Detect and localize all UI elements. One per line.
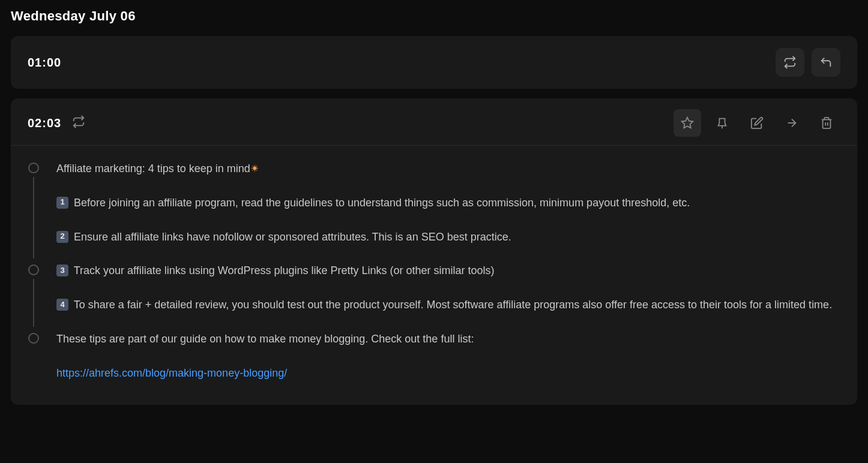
thread-line: 1 Before joining an affiliate program, r… [56,194,840,212]
thread-marker [28,330,40,399]
arrow-right-icon [785,116,798,130]
expanded-post-actions [674,109,840,137]
expanded-post-header: 02:03 [11,98,857,146]
send-button[interactable] [778,109,806,137]
favorite-button[interactable] [674,109,701,137]
thread-marker [28,262,40,330]
thread-line: 4 To share a fair + detailed review, you… [56,296,840,314]
spark-icon: ✴ [250,163,259,175]
pin-icon [716,116,729,130]
retweet-button[interactable] [776,48,804,77]
pin-button[interactable] [708,109,736,137]
trash-icon [820,116,833,130]
number-badge: 2 [56,231,68,243]
edit-button[interactable] [743,109,771,137]
post-time: 02:03 [28,116,61,130]
link[interactable]: https://ahrefs.com/blog/making-money-blo… [56,367,287,379]
thread-line: These tips are part of our guide on how … [56,330,840,348]
thread-body: Affiliate marketing: 4 tips to keep in m… [11,146,857,405]
post-time: 01:00 [28,56,61,70]
thread-marker [28,160,40,262]
thread-marker-circle[interactable] [28,333,39,344]
retweet-indicator-icon [72,115,85,131]
thread-content: These tips are part of our guide on how … [56,330,840,399]
edit-icon [750,116,764,130]
thread-item: 3 Track your affiliate links using WordP… [28,262,840,330]
thread-item: These tips are part of our guide on how … [28,330,840,399]
thread-line: 3 Track your affiliate links using WordP… [56,262,840,279]
thread-item: Affiliate marketing: 4 tips to keep in m… [28,160,840,262]
collapsed-post-card[interactable]: 01:00 [11,36,857,89]
collapsed-post-actions [776,48,840,77]
delete-button[interactable] [813,109,840,137]
thread-line: 2 Ensure all affiliate links have nofoll… [56,229,840,246]
number-badge: 3 [56,264,68,276]
thread-content: Affiliate marketing: 4 tips to keep in m… [56,160,840,262]
thread-line: Affiliate marketing: 4 tips to keep in m… [56,160,840,178]
thread-connector-line [33,279,34,327]
date-header: Wednesday July 06 [11,8,857,24]
expanded-post-card: 02:03 Affiliate marketing: 4 tips [11,98,857,405]
number-badge: 1 [56,197,68,209]
star-icon [681,116,694,130]
thread-content: 3 Track your affiliate links using WordP… [56,262,840,330]
thread-marker-circle[interactable] [28,163,39,173]
thread-marker-circle[interactable] [28,264,39,275]
thread-line: https://ahrefs.com/blog/making-money-blo… [56,365,840,382]
reply-icon [819,56,833,69]
thread-connector-line [33,177,34,258]
svg-marker-0 [682,118,693,128]
number-badge: 4 [56,299,68,311]
retweet-icon [783,56,797,69]
reply-button[interactable] [812,48,840,77]
